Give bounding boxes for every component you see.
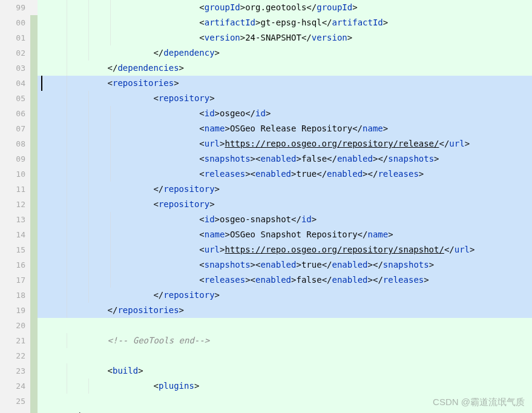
vcs-marker [30, 45, 38, 61]
code-line[interactable]: <plugins> [38, 378, 532, 394]
line-number: 02 [0, 45, 25, 61]
vcs-marker [30, 348, 38, 363]
vcs-marker [30, 151, 38, 167]
vcs-marker [30, 76, 38, 91]
vcs-marker [30, 167, 38, 182]
code-line[interactable]: <id>osgeo</id> [38, 106, 532, 121]
vcs-marker [30, 182, 38, 197]
code-line[interactable]: <snapshots><enabled>true</enabled></snap… [38, 257, 532, 273]
code-line[interactable]: <artifactId>gt-epsg-hsql</artifactId> [38, 15, 532, 30]
line-number: 05 [0, 91, 25, 106]
code-line[interactable]: <name>OSGeo Snapshot Repository</name> [38, 227, 532, 242]
code-line[interactable]: <groupId>org.geotools</groupId> [38, 0, 532, 15]
code-line[interactable]: <repository> [38, 197, 532, 212]
line-number: 21 [0, 333, 25, 348]
text-caret [41, 76, 42, 91]
line-number: 19 [0, 303, 25, 318]
line-number: 00 [0, 15, 25, 30]
code-line[interactable]: </dependencies> [38, 61, 532, 76]
vcs-marker [30, 61, 38, 76]
code-line[interactable]: <repository> [38, 91, 532, 106]
code-line[interactable]: <id>osgeo-snapshot</id> [38, 212, 532, 227]
vcs-marker [30, 121, 38, 136]
code-line[interactable]: <releases><enabled>true</enabled></relea… [38, 167, 532, 182]
vcs-marker [30, 212, 38, 227]
line-number: 24 [0, 378, 25, 394]
vcs-marker [30, 318, 38, 333]
vcs-marker [30, 409, 38, 413]
code-line[interactable]: <version>24-SNAPSHOT</version> [38, 30, 532, 45]
vcs-marker [30, 0, 38, 15]
vcs-marker [30, 30, 38, 45]
line-number: 10 [0, 167, 25, 182]
line-number: 25 [0, 394, 25, 409]
line-number: 15 [0, 242, 25, 257]
code-line[interactable] [38, 348, 532, 363]
vcs-marker [30, 136, 38, 151]
code-line[interactable]: <url>https://repo.osgeo.org/repository/s… [38, 242, 532, 257]
code-line[interactable]: <repositories> [38, 76, 532, 91]
line-number: 16 [0, 257, 25, 273]
line-number: 03 [0, 61, 25, 76]
vcs-marker [30, 273, 38, 288]
line-number: 23 [0, 363, 25, 378]
line-number: 08 [0, 136, 25, 151]
code-line[interactable]: <!-- GeoTools end--> [38, 333, 532, 348]
line-number: 18 [0, 288, 25, 303]
line-number: 09 [0, 151, 25, 167]
line-number: 12 [0, 197, 25, 212]
line-number: 20 [0, 318, 25, 333]
vcs-marker [30, 394, 38, 409]
vcs-marker [30, 227, 38, 242]
line-number: 07 [0, 121, 25, 136]
code-line[interactable]: <build> [38, 363, 532, 378]
vcs-marker [30, 378, 38, 394]
code-editor[interactable]: 9900010203040506070809101112131415161718… [0, 0, 532, 413]
line-number: 14 [0, 227, 25, 242]
code-line[interactable]: </dependency> [38, 45, 532, 61]
vcs-marker [30, 333, 38, 348]
code-line[interactable]: </repository> [38, 182, 532, 197]
line-number: 17 [0, 273, 25, 288]
vcs-marker [30, 288, 38, 303]
code-line[interactable]: <snapshots><enabled>false</enabled></sna… [38, 151, 532, 167]
vcs-marker [30, 363, 38, 378]
line-number: 26 [0, 409, 25, 413]
line-number: 06 [0, 106, 25, 121]
line-number: 11 [0, 182, 25, 197]
vcs-marker [30, 106, 38, 121]
vcs-marker [30, 242, 38, 257]
vcs-marker [30, 15, 38, 30]
line-number-gutter: 9900010203040506070809101112131415161718… [0, 0, 30, 413]
code-line[interactable]: </repositories> [38, 303, 532, 318]
line-number: 99 [0, 0, 25, 15]
code-area[interactable]: <groupId>org.geotools</groupId> <artifac… [38, 0, 532, 413]
line-number: 22 [0, 348, 25, 363]
code-line[interactable] [38, 394, 532, 409]
vcs-marker [30, 257, 38, 273]
line-number: 04 [0, 76, 25, 91]
vcs-gutter [30, 0, 38, 413]
vcs-marker [30, 303, 38, 318]
line-number: 13 [0, 212, 25, 227]
code-line[interactable]: <name>OSGeo Release Repository</name> [38, 121, 532, 136]
vcs-marker [30, 91, 38, 106]
line-number: 01 [0, 30, 25, 45]
code-line[interactable]: <url>https://repo.osgeo.org/repository/r… [38, 136, 532, 151]
code-line[interactable]: <releases><enabled>false</enabled></rele… [38, 273, 532, 288]
vcs-marker [30, 197, 38, 212]
code-line[interactable]: project [38, 409, 532, 413]
code-line[interactable] [38, 318, 532, 333]
code-line[interactable]: </repository> [38, 288, 532, 303]
